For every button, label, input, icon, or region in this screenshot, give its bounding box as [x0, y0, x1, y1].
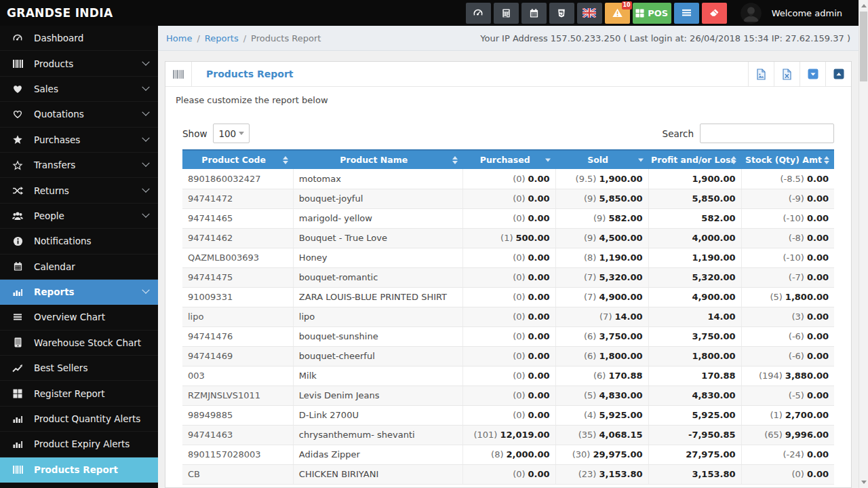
page-size-value: 100: [218, 128, 236, 139]
profit-loss-cell: 5,850.00: [648, 189, 741, 208]
panel-actions: [748, 62, 851, 86]
navbar-actions: 10 POS Welcome admin: [466, 3, 859, 24]
ip-address-text: Your IP Address 157.50.233.250 ( Last lo…: [480, 33, 850, 43]
sidebar-item-products[interactable]: Products: [0, 51, 158, 76]
sort-down-icon: [545, 158, 551, 162]
file-image-icon: [756, 69, 766, 80]
styles-button[interactable]: [549, 3, 574, 24]
stock-qty-amt-cell: (-5)0.00: [741, 386, 834, 405]
table-body: 8901860032427 motomax (0)0.00 (9.5)1,900…: [182, 169, 834, 484]
table-row: 8901860032427 motomax (0)0.00 (9.5)1,900…: [182, 169, 834, 189]
purchased-cell: (0)0.00: [462, 248, 555, 267]
product-name-cell: marigold- yellow: [293, 208, 462, 228]
collapse-panel-button[interactable]: [800, 62, 825, 86]
sidebar-item-best-sellers[interactable]: Best Sellers: [0, 356, 158, 381]
panel-header: Products Report: [165, 62, 851, 87]
pos-button[interactable]: POS: [633, 3, 671, 24]
breadcrumb-reports-link[interactable]: Reports: [205, 33, 239, 43]
calendar-shortcut-button[interactable]: [521, 3, 547, 24]
export-image-button[interactable]: [748, 62, 774, 86]
alerts-button[interactable]: 10: [605, 3, 630, 24]
sidebar-item-dashboard[interactable]: Dashboard: [0, 26, 158, 51]
barcode-icon: [165, 62, 192, 86]
col-header-stock-qty-amt[interactable]: Stock (Qty) Amt: [741, 150, 834, 169]
sidebar-item-purchases[interactable]: Purchases: [0, 128, 158, 153]
sidebar-item-warehouse-stock-chart[interactable]: Warehouse Stock Chart: [0, 331, 158, 356]
product-name-cell: ZARA LOUIS-BLUE PRINTED SHIRT: [293, 287, 462, 307]
sidebar-item-product-expiry-alerts[interactable]: Product Expiry Alerts: [0, 432, 158, 457]
caret-square-up-icon: [833, 69, 844, 79]
profit-loss-cell: 1,900.00: [648, 169, 741, 189]
sidebar-item-notifications[interactable]: Notifications: [0, 229, 158, 254]
sold-cell: (9)5,850.00: [555, 189, 648, 208]
sidebar-item-register-report[interactable]: Register Report: [0, 381, 158, 406]
scroll-down-arrow[interactable]: [859, 477, 868, 487]
col-header-purchased[interactable]: Purchased: [462, 150, 555, 169]
dashboard-shortcut-button[interactable]: [466, 3, 491, 24]
scrollbar-thumb[interactable]: [860, 12, 867, 81]
product-code-cell: 91009331: [182, 287, 293, 307]
expand-panel-button[interactable]: [825, 62, 851, 86]
scroll-up-arrow[interactable]: [859, 1, 868, 11]
product-code-cell: 8901157028003: [182, 445, 293, 464]
col-header-sold[interactable]: Sold: [555, 150, 648, 169]
sidebar-item-people[interactable]: People: [0, 204, 158, 229]
clear-cache-button[interactable]: [702, 3, 727, 24]
sidebar-item-transfers[interactable]: Transfers: [0, 153, 158, 178]
product-name-cell: motomax: [293, 169, 462, 189]
stock-qty-amt-cell: (194)3,880.00: [741, 366, 834, 386]
stock-qty-amt-cell: (-8)0.00: [741, 228, 834, 248]
stock-qty-amt-cell: (65)9,996.00: [741, 425, 834, 445]
export-excel-button[interactable]: [774, 62, 800, 86]
product-name-cell: CHICKEN BIRIYANI: [293, 464, 462, 484]
col-header-profit-loss[interactable]: Profit and/or Loss: [648, 150, 741, 169]
register-details-button[interactable]: [674, 3, 699, 24]
calculator-button[interactable]: [494, 3, 519, 24]
chevron-down-icon: [142, 159, 149, 167]
barcode-icon: [10, 465, 25, 474]
show-label: Show: [182, 128, 207, 139]
product-name-cell: bouquet-sunshine: [293, 326, 462, 346]
sidebar-item-calendar[interactable]: Calendar: [0, 255, 158, 280]
product-code-cell: lipo: [182, 307, 293, 326]
sidebar-item-sales[interactable]: Sales: [0, 77, 158, 102]
profit-loss-cell: 4,830.00: [648, 386, 741, 405]
sort-down-icon: [638, 158, 644, 162]
product-name-cell: Levis Denim Jeans: [293, 386, 462, 405]
tachometer-icon: [10, 33, 25, 43]
col-header-product-name[interactable]: Product Name: [293, 150, 462, 169]
language-button[interactable]: [577, 3, 602, 24]
product-code-cell: 94741462: [182, 228, 293, 248]
purchased-cell: (0)0.00: [462, 326, 555, 346]
sidebar-item-reports[interactable]: Reports: [0, 280, 158, 305]
page-size-select[interactable]: 100: [213, 124, 250, 143]
sold-cell: (23)3,153.80: [555, 464, 648, 484]
sidebar-item-overview-chart[interactable]: Overview Chart: [0, 305, 158, 330]
sidebar-item-product-quantity-alerts[interactable]: Product Quantity Alerts: [0, 407, 158, 432]
product-name-cell: Adidas Zipper: [293, 445, 462, 464]
brand-logo[interactable]: GRANDSE INDIA: [0, 6, 113, 20]
chevron-down-icon: [142, 83, 149, 90]
calendar-icon: [529, 8, 539, 18]
panel-subtitle: Please customize the report below: [165, 87, 851, 113]
product-name-cell: chrysanthemum- shevanti: [293, 425, 462, 445]
vertical-scrollbar[interactable]: [859, 0, 868, 488]
profit-loss-cell: 4,900.00: [648, 287, 741, 307]
chevron-down-icon: [142, 134, 149, 141]
file-excel-icon: [782, 69, 792, 80]
purchased-cell: (0)0.00: [462, 208, 555, 228]
table-row: 003 Milk (0)0.00 (6)170.88 170.88 (194)3…: [182, 366, 834, 386]
sidebar-item-products-report[interactable]: Products Report: [0, 457, 158, 483]
sidebar-item-quotations[interactable]: Quotations: [0, 102, 158, 127]
breadcrumb-home-link[interactable]: Home: [166, 33, 192, 43]
welcome-text[interactable]: Welcome admin: [772, 8, 842, 18]
user-avatar[interactable]: [741, 3, 762, 24]
table-row: 8901157028003 Adidas Zipper (8)2,000.00 …: [182, 445, 834, 464]
breadcrumb-bar: Home / Reports / Products Report Your IP…: [158, 26, 859, 51]
products-report-table: Product Code Product Name Purchased Sold…: [182, 149, 834, 485]
search-input[interactable]: [700, 124, 834, 143]
product-code-cell: 94741463: [182, 425, 293, 445]
col-header-product-code[interactable]: Product Code: [182, 150, 293, 169]
sidebar-item-returns[interactable]: Returns: [0, 178, 158, 203]
stock-qty-amt-cell: (5)1,800.00: [741, 287, 834, 307]
